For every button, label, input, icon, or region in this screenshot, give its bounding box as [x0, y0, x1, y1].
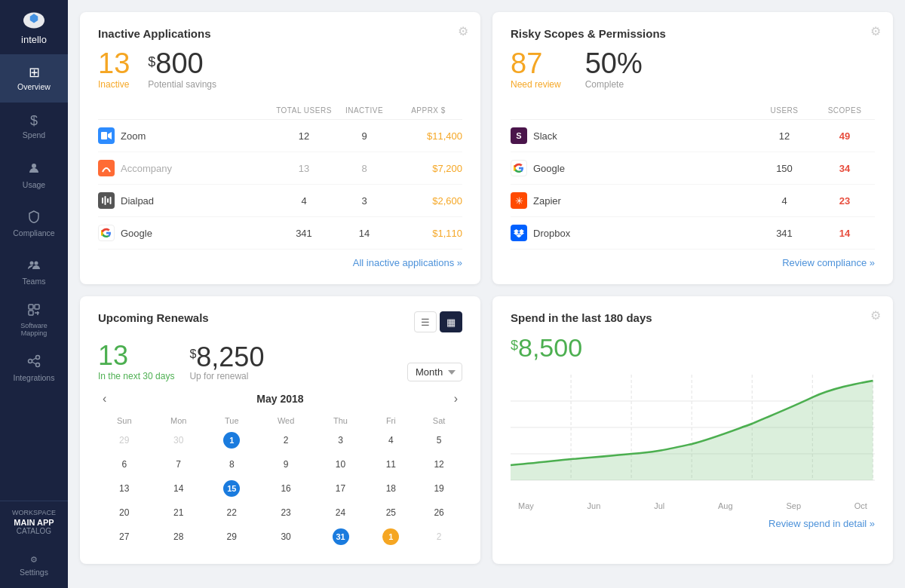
dialpad-total: 4 — [274, 195, 334, 207]
inactive-apps-card: Inactive Applications ⚙ 13 Inactive $800… — [80, 12, 480, 284]
calendar-grid: Sun Mon Tue Wed Thu Fri Sat 29 30 1 2 3 … — [98, 413, 462, 549]
google-inactive-count: 14 — [334, 228, 394, 239]
complete-label: Complete — [585, 79, 643, 90]
table-row: S Slack 12 49 — [511, 120, 875, 152]
sidebar-item-teams[interactable]: Teams — [0, 247, 68, 296]
cal-day[interactable]: 2 — [416, 525, 462, 549]
cal-day[interactable]: 8 — [207, 452, 257, 476]
app-name-google-scopes: Google — [533, 163, 565, 174]
cal-day[interactable]: 9 — [257, 452, 315, 476]
cal-day[interactable]: 5 — [416, 428, 462, 452]
list-view-button[interactable]: ☰ — [414, 311, 437, 332]
svg-line-11 — [32, 358, 36, 360]
review-compliance-link[interactable]: Review compliance » — [782, 257, 875, 268]
cal-day[interactable]: 29 — [98, 428, 151, 452]
chart-label-sep: Sep — [786, 501, 801, 510]
cal-day[interactable]: 15 — [207, 476, 257, 501]
cal-day[interactable]: 3 — [314, 428, 366, 452]
dialpad-savings: $2,600 — [394, 195, 462, 207]
svg-rect-17 — [110, 197, 112, 204]
svg-rect-5 — [29, 311, 33, 315]
cal-day[interactable]: 11 — [367, 452, 416, 476]
workspace-section: Workspace MAIN APP CATALOG — [0, 501, 68, 543]
svg-point-1 — [30, 261, 34, 265]
calendar-prev-button[interactable]: ‹ — [98, 390, 111, 407]
table-row: Google 150 34 — [511, 152, 875, 185]
cal-day[interactable]: 1 — [367, 525, 416, 549]
cal-day[interactable]: 10 — [314, 452, 366, 476]
cal-day[interactable]: 22 — [207, 501, 257, 525]
svg-rect-4 — [35, 305, 39, 309]
workspace-label: Workspace — [6, 509, 62, 516]
calendar-view-button[interactable]: ▦ — [440, 311, 462, 332]
cal-day[interactable]: 14 — [151, 476, 207, 501]
calendar-month-title: May 2018 — [256, 393, 303, 405]
cal-day[interactable]: 12 — [416, 452, 462, 476]
sidebar-item-overview[interactable]: ⊞ Overview — [0, 54, 68, 103]
spend-icon: $ — [30, 114, 38, 127]
inactive-label: Inactive — [98, 79, 130, 90]
sidebar-label-software-mapping: SoftwareMapping — [20, 322, 48, 337]
google-total: 341 — [274, 228, 334, 239]
cal-day[interactable]: 30 — [151, 428, 207, 452]
slack-users: 12 — [754, 130, 814, 142]
spend-amount: $8,500 — [511, 333, 875, 363]
cal-day[interactable]: 20 — [98, 501, 151, 525]
cal-day[interactable]: 28 — [151, 525, 207, 549]
cal-day[interactable]: 26 — [416, 501, 462, 525]
google-users-scopes: 150 — [754, 163, 814, 174]
svg-rect-13 — [101, 132, 107, 139]
accompany-savings: $7,200 — [394, 163, 462, 174]
app-name-slack: Slack — [533, 130, 557, 142]
cal-day[interactable]: 27 — [98, 525, 151, 549]
chart-label-oct: Oct — [854, 501, 867, 510]
month-selector[interactable]: Month Week Day — [407, 363, 462, 381]
cal-day[interactable]: 30 — [257, 525, 315, 549]
spend-settings-button[interactable]: ⚙ — [870, 308, 881, 323]
cal-day[interactable]: 29 — [207, 525, 257, 549]
slack-scopes: 49 — [814, 130, 875, 142]
workspace-catalog: CATALOG — [6, 527, 62, 535]
svg-rect-16 — [107, 198, 109, 203]
review-spend-link[interactable]: Review spend in detail » — [768, 518, 875, 529]
cal-day[interactable]: 1 — [207, 428, 257, 452]
cal-day[interactable]: 24 — [314, 501, 366, 525]
risky-scopes-settings-button[interactable]: ⚙ — [870, 24, 881, 38]
sidebar-item-usage[interactable]: Usage — [0, 151, 68, 199]
dropbox-icon — [511, 225, 527, 241]
cal-badge-orange: 1 — [382, 528, 399, 545]
inactive-apps-settings-button[interactable]: ⚙ — [458, 24, 468, 38]
sidebar-item-spend[interactable]: $ Spend — [0, 103, 68, 151]
usage-icon — [27, 161, 41, 177]
cal-day[interactable]: 17 — [314, 476, 366, 501]
sidebar-item-compliance[interactable]: Compliance — [0, 199, 68, 247]
complete-percent: 50% — [585, 49, 643, 78]
sidebar-item-software-mapping[interactable]: SoftwareMapping — [0, 296, 68, 344]
cal-day[interactable]: 25 — [367, 501, 416, 525]
sidebar-label-integrations: Integrations — [14, 373, 55, 382]
calendar-next-button[interactable]: › — [449, 390, 462, 407]
sidebar-item-integrations[interactable]: Integrations — [0, 344, 68, 392]
sidebar-item-settings[interactable]: ⚙ Settings — [0, 543, 68, 588]
savings-label: Potential savings — [148, 79, 216, 90]
cal-day[interactable]: 18 — [367, 476, 416, 501]
cal-day[interactable]: 23 — [257, 501, 315, 525]
cal-day[interactable]: 16 — [257, 476, 315, 501]
svg-point-0 — [32, 164, 36, 168]
cal-day[interactable]: 13 — [98, 476, 151, 501]
cal-day[interactable]: 31 — [314, 525, 366, 549]
zoom-inactive: 9 — [334, 130, 394, 142]
cal-day[interactable]: 19 — [416, 476, 462, 501]
all-inactive-link[interactable]: All inactive applications » — [353, 257, 462, 268]
cal-day[interactable]: 7 — [151, 452, 207, 476]
scopes-table-header: USERS SCOPES — [511, 102, 875, 120]
cal-day[interactable]: 6 — [98, 452, 151, 476]
app-name-accompany: Accompany — [121, 163, 172, 174]
chart-x-labels: May Jun Jul Aug Sep Oct — [511, 501, 875, 510]
cal-day[interactable]: 2 — [257, 428, 315, 452]
sidebar-label-compliance: Compliance — [13, 228, 54, 237]
cal-day[interactable]: 21 — [151, 501, 207, 525]
sidebar-label-spend: Spend — [23, 130, 45, 139]
cal-day[interactable]: 4 — [367, 428, 416, 452]
dropbox-users: 341 — [754, 228, 814, 239]
